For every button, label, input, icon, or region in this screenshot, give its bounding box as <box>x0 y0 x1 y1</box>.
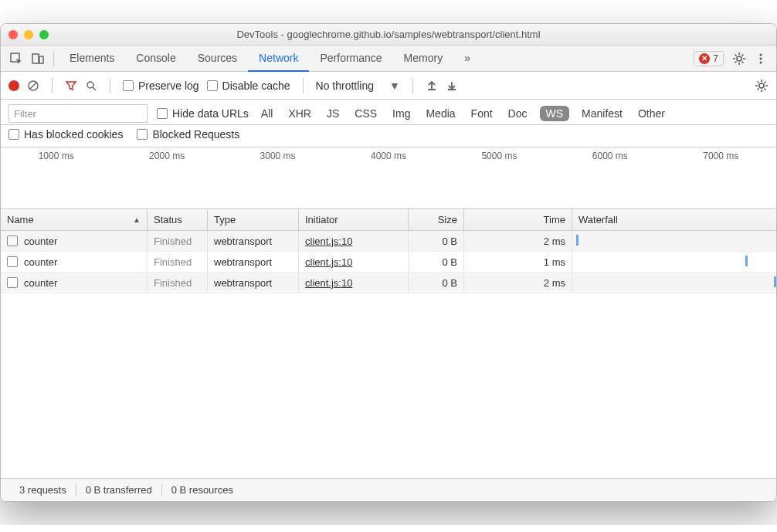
filter-type-other[interactable]: Other <box>635 106 668 121</box>
filter-type-xhr[interactable]: XHR <box>285 106 314 121</box>
table-row[interactable]: counterFinishedwebtransportclient.js:100… <box>1 231 776 252</box>
status-requests: 3 requests <box>10 484 76 496</box>
cell-size: 0 B <box>409 273 464 293</box>
timeline-overview[interactable]: 1000 ms2000 ms3000 ms4000 ms5000 ms6000 … <box>1 147 776 209</box>
has-blocked-cookies-label: Has blocked cookies <box>24 128 123 141</box>
hide-data-urls-checkbox[interactable]: Hide data URLs <box>157 107 249 120</box>
filter-type-manifest[interactable]: Manifest <box>579 106 626 121</box>
record-button[interactable] <box>8 80 19 91</box>
cell-initiator: client.js:10 <box>299 231 409 251</box>
filter-bar: Hide data URLs AllXHRJSCSSImgMediaFontDo… <box>1 100 776 125</box>
svg-line-8 <box>30 83 36 89</box>
search-icon[interactable] <box>85 80 97 92</box>
svg-point-9 <box>87 82 93 88</box>
tab-sources[interactable]: Sources <box>187 46 248 72</box>
column-waterfall-label: Waterfall <box>579 214 618 225</box>
filter-bar-2: Has blocked cookies Blocked Requests <box>1 125 776 147</box>
preserve-log-checkbox[interactable]: Preserve log <box>123 80 199 92</box>
divider <box>52 78 53 93</box>
device-toolbar-icon[interactable] <box>27 48 49 69</box>
tab-network[interactable]: Network <box>248 46 309 72</box>
disable-cache-label: Disable cache <box>222 80 290 92</box>
table-row[interactable]: counterFinishedwebtransportclient.js:100… <box>1 273 776 293</box>
filter-funnel-icon[interactable] <box>65 80 77 92</box>
more-menu-icon[interactable] <box>750 48 772 69</box>
status-bar: 3 requests 0 B transferred 0 B resources <box>1 478 776 501</box>
timeline-tick: 1000 ms <box>39 151 74 161</box>
column-status[interactable]: Status <box>148 209 208 230</box>
window-title: DevTools - googlechrome.github.io/sample… <box>8 29 769 40</box>
cell-initiator: client.js:10 <box>299 252 409 272</box>
cell-size: 0 B <box>409 231 464 251</box>
close-window-button[interactable] <box>8 30 18 39</box>
filter-type-ws[interactable]: WS <box>540 106 570 121</box>
table-row[interactable]: counterFinishedwebtransportclient.js:100… <box>1 252 776 273</box>
filter-input[interactable] <box>8 104 148 123</box>
initiator-link[interactable]: client.js:10 <box>305 236 352 247</box>
titlebar: DevTools - googlechrome.github.io/sample… <box>1 24 776 46</box>
minimize-window-button[interactable] <box>24 30 33 39</box>
filter-type-js[interactable]: JS <box>324 106 342 121</box>
svg-rect-1 <box>32 54 39 63</box>
has-blocked-cookies-checkbox[interactable]: Has blocked cookies <box>8 128 123 141</box>
upload-har-icon[interactable] <box>426 80 438 92</box>
table-header: Name ▲ Status Type Initiator Size Time W… <box>1 209 776 231</box>
download-har-icon[interactable] <box>446 80 458 92</box>
hide-data-urls-label: Hide data URLs <box>172 107 249 120</box>
tab-elements[interactable]: Elements <box>59 46 125 72</box>
column-time[interactable]: Time <box>464 209 572 230</box>
cell-name: counter <box>1 273 148 293</box>
svg-point-3 <box>737 56 741 61</box>
column-name[interactable]: Name ▲ <box>1 209 148 230</box>
cell-status: Finished <box>148 252 208 272</box>
settings-gear-icon[interactable] <box>728 48 750 69</box>
zoom-window-button[interactable] <box>39 30 49 39</box>
blocked-requests-checkbox[interactable]: Blocked Requests <box>137 128 239 141</box>
column-type[interactable]: Type <box>208 209 299 230</box>
network-settings-gear-icon[interactable] <box>755 79 769 93</box>
request-table-body: counterFinishedwebtransportclient.js:100… <box>1 231 776 478</box>
tabs-overflow-button[interactable]: » <box>453 46 481 72</box>
tab-performance[interactable]: Performance <box>309 46 392 72</box>
filter-type-doc[interactable]: Doc <box>505 106 531 121</box>
row-checkbox[interactable] <box>7 256 18 267</box>
status-transferred: 0 B transferred <box>76 484 162 496</box>
cell-type: webtransport <box>208 231 299 251</box>
timeline-tick: 6000 ms <box>592 151 628 161</box>
column-initiator[interactable]: Initiator <box>299 209 409 230</box>
inspect-element-icon[interactable] <box>5 48 27 69</box>
divider <box>303 78 304 93</box>
tab-console[interactable]: Console <box>125 46 186 72</box>
filter-type-css[interactable]: CSS <box>351 106 380 121</box>
cell-type: webtransport <box>208 252 299 272</box>
cell-status: Finished <box>148 231 208 251</box>
column-status-label: Status <box>154 214 182 225</box>
column-size[interactable]: Size <box>409 209 464 230</box>
filter-type-all[interactable]: All <box>258 106 277 121</box>
tab-memory[interactable]: Memory <box>393 46 454 72</box>
initiator-link[interactable]: client.js:10 <box>305 277 352 289</box>
filter-type-font[interactable]: Font <box>468 106 496 121</box>
filter-type-img[interactable]: Img <box>389 106 413 121</box>
divider <box>412 78 413 93</box>
column-size-label: Size <box>438 214 457 225</box>
timeline-tick: 4000 ms <box>371 151 406 161</box>
cell-waterfall <box>572 231 776 251</box>
request-name: counter <box>24 277 57 289</box>
column-type-label: Type <box>214 214 236 225</box>
column-initiator-label: Initiator <box>305 214 338 225</box>
cell-type: webtransport <box>208 273 299 293</box>
row-checkbox[interactable] <box>7 236 18 246</box>
filter-type-media[interactable]: Media <box>422 106 458 121</box>
throttling-select[interactable]: No throttling ▼ <box>316 80 400 92</box>
cell-name: counter <box>1 252 148 272</box>
svg-rect-2 <box>39 56 43 63</box>
disable-cache-checkbox[interactable]: Disable cache <box>207 80 290 92</box>
row-checkbox[interactable] <box>7 277 18 288</box>
error-count-badge[interactable]: ✕ 7 <box>694 51 724 66</box>
column-waterfall[interactable]: Waterfall <box>572 209 776 230</box>
blocked-requests-label: Blocked Requests <box>152 128 239 141</box>
error-count: 7 <box>713 53 718 64</box>
clear-icon[interactable] <box>27 80 39 92</box>
initiator-link[interactable]: client.js:10 <box>305 256 352 268</box>
